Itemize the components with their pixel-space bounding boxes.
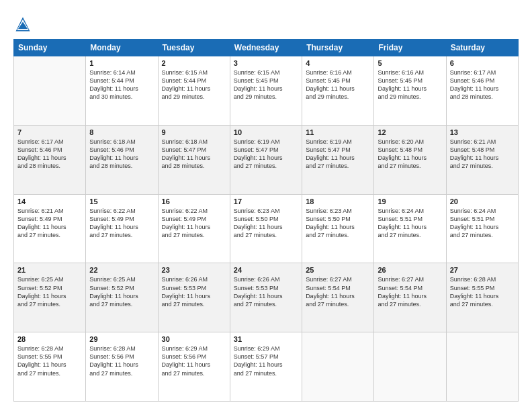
day-cell: 18Sunrise: 6:23 AM Sunset: 5:50 PM Dayli…	[302, 194, 374, 263]
day-details: Sunrise: 6:18 AM Sunset: 5:47 PM Dayligh…	[162, 138, 226, 171]
col-header-tuesday: Tuesday	[158, 40, 230, 56]
page: SundayMondayTuesdayWednesdayThursdayFrid…	[0, 0, 532, 411]
day-details: Sunrise: 6:20 AM Sunset: 5:48 PM Dayligh…	[378, 138, 442, 171]
day-number: 17	[234, 197, 298, 205]
day-details: Sunrise: 6:28 AM Sunset: 5:56 PM Dayligh…	[89, 345, 154, 377]
day-details: Sunrise: 6:18 AM Sunset: 5:46 PM Dayligh…	[89, 138, 154, 171]
day-number: 10	[234, 128, 298, 136]
day-cell: 1Sunrise: 6:14 AM Sunset: 5:44 PM Daylig…	[86, 56, 158, 126]
col-header-wednesday: Wednesday	[230, 40, 302, 56]
day-number: 18	[306, 197, 370, 205]
day-number: 15	[89, 197, 154, 205]
week-row-5: 28Sunrise: 6:28 AM Sunset: 5:55 PM Dayli…	[14, 332, 519, 402]
day-details: Sunrise: 6:21 AM Sunset: 5:49 PM Dayligh…	[17, 207, 82, 240]
calendar-table: SundayMondayTuesdayWednesdayThursdayFrid…	[13, 39, 519, 402]
day-number: 1	[89, 59, 154, 67]
day-details: Sunrise: 6:27 AM Sunset: 5:54 PM Dayligh…	[378, 275, 442, 308]
day-cell: 4Sunrise: 6:16 AM Sunset: 5:45 PM Daylig…	[302, 56, 374, 126]
logo-icon	[13, 15, 32, 34]
week-row-4: 21Sunrise: 6:25 AM Sunset: 5:52 PM Dayli…	[14, 263, 519, 332]
day-cell: 29Sunrise: 6:28 AM Sunset: 5:56 PM Dayli…	[86, 332, 158, 402]
day-number: 9	[162, 128, 226, 136]
day-cell: 10Sunrise: 6:19 AM Sunset: 5:47 PM Dayli…	[230, 125, 302, 194]
day-details: Sunrise: 6:28 AM Sunset: 5:55 PM Dayligh…	[450, 275, 515, 308]
day-cell: 2Sunrise: 6:15 AM Sunset: 5:44 PM Daylig…	[158, 56, 230, 126]
day-number: 30	[162, 335, 226, 343]
day-number: 28	[17, 335, 82, 343]
day-number: 14	[17, 197, 82, 205]
day-number: 29	[89, 335, 154, 343]
day-details: Sunrise: 6:19 AM Sunset: 5:47 PM Dayligh…	[234, 138, 298, 171]
day-details: Sunrise: 6:28 AM Sunset: 5:55 PM Dayligh…	[17, 345, 82, 377]
day-details: Sunrise: 6:29 AM Sunset: 5:57 PM Dayligh…	[234, 345, 298, 377]
header	[13, 12, 519, 34]
day-cell: 28Sunrise: 6:28 AM Sunset: 5:55 PM Dayli…	[14, 332, 86, 402]
day-cell: 22Sunrise: 6:25 AM Sunset: 5:52 PM Dayli…	[86, 263, 158, 332]
week-row-1: 1Sunrise: 6:14 AM Sunset: 5:44 PM Daylig…	[14, 56, 519, 126]
day-cell: 15Sunrise: 6:22 AM Sunset: 5:49 PM Dayli…	[86, 194, 158, 263]
day-number: 25	[306, 266, 370, 274]
day-details: Sunrise: 6:26 AM Sunset: 5:53 PM Dayligh…	[162, 275, 226, 308]
day-cell: 13Sunrise: 6:21 AM Sunset: 5:48 PM Dayli…	[446, 125, 518, 194]
day-details: Sunrise: 6:14 AM Sunset: 5:44 PM Dayligh…	[89, 68, 154, 101]
day-cell	[302, 332, 374, 402]
day-cell: 16Sunrise: 6:22 AM Sunset: 5:49 PM Dayli…	[158, 194, 230, 263]
col-header-sunday: Sunday	[14, 40, 86, 56]
day-number: 13	[450, 128, 515, 136]
day-cell: 17Sunrise: 6:23 AM Sunset: 5:50 PM Dayli…	[230, 194, 302, 263]
day-details: Sunrise: 6:24 AM Sunset: 5:51 PM Dayligh…	[450, 207, 515, 240]
day-number: 12	[378, 128, 442, 136]
day-number: 5	[378, 59, 442, 67]
day-cell: 3Sunrise: 6:15 AM Sunset: 5:45 PM Daylig…	[230, 56, 302, 126]
day-cell: 12Sunrise: 6:20 AM Sunset: 5:48 PM Dayli…	[374, 125, 446, 194]
day-details: Sunrise: 6:21 AM Sunset: 5:48 PM Dayligh…	[450, 138, 515, 171]
day-details: Sunrise: 6:27 AM Sunset: 5:54 PM Dayligh…	[306, 275, 370, 308]
day-number: 20	[450, 197, 515, 205]
day-number: 16	[162, 197, 226, 205]
header-row: SundayMondayTuesdayWednesdayThursdayFrid…	[14, 40, 519, 56]
day-cell: 27Sunrise: 6:28 AM Sunset: 5:55 PM Dayli…	[446, 263, 518, 332]
day-cell: 6Sunrise: 6:17 AM Sunset: 5:46 PM Daylig…	[446, 56, 518, 126]
col-header-monday: Monday	[86, 40, 158, 56]
day-details: Sunrise: 6:29 AM Sunset: 5:56 PM Dayligh…	[162, 345, 226, 377]
day-number: 21	[17, 266, 82, 274]
day-cell: 31Sunrise: 6:29 AM Sunset: 5:57 PM Dayli…	[230, 332, 302, 402]
day-cell	[14, 56, 86, 126]
day-details: Sunrise: 6:17 AM Sunset: 5:46 PM Dayligh…	[450, 68, 515, 101]
day-cell: 21Sunrise: 6:25 AM Sunset: 5:52 PM Dayli…	[14, 263, 86, 332]
day-number: 2	[162, 59, 226, 67]
day-cell: 26Sunrise: 6:27 AM Sunset: 5:54 PM Dayli…	[374, 263, 446, 332]
day-cell	[374, 332, 446, 402]
day-details: Sunrise: 6:25 AM Sunset: 5:52 PM Dayligh…	[89, 275, 154, 308]
day-cell: 11Sunrise: 6:19 AM Sunset: 5:47 PM Dayli…	[302, 125, 374, 194]
day-details: Sunrise: 6:26 AM Sunset: 5:53 PM Dayligh…	[234, 275, 298, 308]
day-cell: 24Sunrise: 6:26 AM Sunset: 5:53 PM Dayli…	[230, 263, 302, 332]
day-details: Sunrise: 6:19 AM Sunset: 5:47 PM Dayligh…	[306, 138, 370, 171]
day-number: 22	[89, 266, 154, 274]
day-number: 31	[234, 335, 298, 343]
day-number: 6	[450, 59, 515, 67]
day-cell: 19Sunrise: 6:24 AM Sunset: 5:51 PM Dayli…	[374, 194, 446, 263]
day-number: 7	[17, 128, 82, 136]
day-cell: 7Sunrise: 6:17 AM Sunset: 5:46 PM Daylig…	[14, 125, 86, 194]
week-row-3: 14Sunrise: 6:21 AM Sunset: 5:49 PM Dayli…	[14, 194, 519, 263]
col-header-thursday: Thursday	[302, 40, 374, 56]
day-details: Sunrise: 6:17 AM Sunset: 5:46 PM Dayligh…	[17, 138, 82, 171]
week-row-2: 7Sunrise: 6:17 AM Sunset: 5:46 PM Daylig…	[14, 125, 519, 194]
logo	[13, 15, 35, 34]
col-header-friday: Friday	[374, 40, 446, 56]
day-cell: 30Sunrise: 6:29 AM Sunset: 5:56 PM Dayli…	[158, 332, 230, 402]
day-cell: 14Sunrise: 6:21 AM Sunset: 5:49 PM Dayli…	[14, 194, 86, 263]
day-details: Sunrise: 6:22 AM Sunset: 5:49 PM Dayligh…	[89, 207, 154, 240]
day-number: 19	[378, 197, 442, 205]
day-details: Sunrise: 6:16 AM Sunset: 5:45 PM Dayligh…	[378, 68, 442, 101]
day-details: Sunrise: 6:25 AM Sunset: 5:52 PM Dayligh…	[17, 275, 82, 308]
day-cell: 8Sunrise: 6:18 AM Sunset: 5:46 PM Daylig…	[86, 125, 158, 194]
day-cell	[446, 332, 518, 402]
day-number: 8	[89, 128, 154, 136]
day-details: Sunrise: 6:15 AM Sunset: 5:45 PM Dayligh…	[234, 68, 298, 101]
day-cell: 5Sunrise: 6:16 AM Sunset: 5:45 PM Daylig…	[374, 56, 446, 126]
day-number: 24	[234, 266, 298, 274]
day-details: Sunrise: 6:24 AM Sunset: 5:51 PM Dayligh…	[378, 207, 442, 240]
day-details: Sunrise: 6:23 AM Sunset: 5:50 PM Dayligh…	[234, 207, 298, 240]
